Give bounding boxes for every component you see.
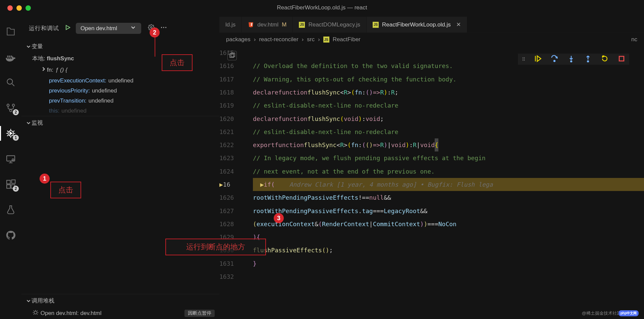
var-value: undefined: [89, 98, 114, 104]
activity-bar: 2 1 2: [0, 17, 21, 319]
start-debug-button[interactable]: [64, 24, 71, 33]
tab-0[interactable]: ld.js: [219, 17, 242, 33]
debug-toolbar[interactable]: ⠿: [518, 54, 629, 65]
watermark-text: @稀土掘金技术社区: [582, 310, 621, 316]
watermark: @稀土掘金技术社区 php中文网: [582, 310, 639, 316]
bug-icon: [32, 309, 39, 317]
watermark-badge: php中文网: [619, 310, 639, 316]
code-body[interactable]: // Overload the definition to the two va…: [253, 46, 644, 319]
svg-marker-5: [10, 132, 12, 135]
var-value: ƒ () {: [55, 67, 67, 73]
watch-section-header[interactable]: 监视: [21, 116, 219, 129]
var-row[interactable]: previousPriority: undefined: [21, 86, 219, 96]
svg-rect-8: [7, 180, 10, 184]
tab-modified: M: [282, 21, 286, 28]
close-icon[interactable]: ✕: [456, 21, 461, 28]
debug-icon[interactable]: 1: [5, 127, 17, 139]
minimize-window-button[interactable]: [16, 5, 22, 11]
docker-icon[interactable]: [5, 51, 17, 63]
svg-point-20: [571, 61, 572, 62]
restart-button[interactable]: [601, 55, 608, 63]
var-row[interactable]: this: undefined: [21, 106, 219, 116]
grip-icon[interactable]: ⠿: [522, 57, 525, 62]
svg-point-19: [554, 60, 555, 62]
stop-button[interactable]: [618, 55, 625, 63]
var-value: undefined: [61, 108, 87, 114]
svg-marker-12: [66, 25, 70, 30]
extensions-icon[interactable]: 2: [5, 178, 17, 190]
continue-button[interactable]: [534, 55, 541, 63]
svg-point-14: [161, 27, 162, 28]
svg-point-3: [10, 110, 12, 112]
annotation-click-2: 点击: [162, 54, 193, 71]
launch-config-select[interactable]: Open dev.html: [76, 23, 141, 34]
breadcrumb-item[interactable]: ReactFiber: [333, 36, 361, 43]
chevron-down-icon: [130, 24, 137, 33]
more-icon[interactable]: [160, 24, 167, 33]
svg-rect-9: [7, 185, 10, 188]
github-icon[interactable]: [5, 229, 17, 241]
annotation-marker-2: 2: [150, 27, 160, 38]
step-out-button[interactable]: [584, 55, 592, 63]
svg-point-1: [7, 104, 9, 107]
chevron-down-icon: [25, 120, 32, 126]
code-editor[interactable]: 1615161616171618161916201621162216231624…: [219, 46, 644, 319]
callstack-item[interactable]: Open dev.html: dev.html 因断点暂停: [21, 307, 219, 319]
breadcrumb-item[interactable]: react-reconciler: [259, 36, 298, 43]
svg-point-0: [7, 79, 12, 84]
svg-rect-22: [619, 56, 624, 61]
tab-dev-html[interactable]: dev.html M: [242, 17, 293, 33]
variables-section-header[interactable]: 变量: [21, 40, 219, 53]
tab-react-dom-legacy[interactable]: JS ReactDOMLegacy.js: [293, 17, 367, 33]
watch-label: 监视: [32, 119, 43, 127]
chevron-down-icon: [25, 44, 32, 50]
search-icon[interactable]: [5, 76, 17, 88]
testing-icon[interactable]: [5, 204, 17, 216]
callstack-section-header[interactable]: 调用堆栈: [21, 294, 219, 307]
var-row[interactable]: prevTransition: undefined: [21, 96, 219, 106]
window-title: ReactFiberWorkLoop.old.js — react: [0, 0, 644, 11]
breadcrumb-tail: nc: [631, 36, 637, 43]
tab-react-fiber-workloop[interactable]: JS ReactFiberWorkLoop.old.js ✕: [367, 17, 467, 33]
close-window-button[interactable]: [7, 5, 13, 11]
debug-badge: 1: [13, 135, 19, 141]
var-name: this:: [49, 108, 59, 114]
remote-icon[interactable]: [5, 153, 17, 165]
step-over-button[interactable]: [551, 55, 558, 63]
svg-rect-11: [12, 180, 15, 184]
breadcrumb-item[interactable]: packages: [226, 36, 251, 43]
svg-point-15: [163, 27, 164, 28]
var-value: undefined: [92, 87, 117, 94]
breadcrumb-item[interactable]: src: [307, 36, 315, 43]
html5-icon: [248, 22, 254, 28]
extensions-badge: 2: [13, 186, 19, 192]
var-name: prevExecutionContext:: [49, 77, 106, 84]
line-gutter[interactable]: 1615161616171618161916201621162216231624…: [219, 46, 253, 319]
callstack-status: 因断点暂停: [184, 310, 215, 317]
js-icon: JS: [323, 37, 329, 43]
scm-icon[interactable]: 2: [5, 102, 17, 114]
breadcrumbs[interactable]: packages › react-reconciler › src › JS R…: [219, 33, 644, 46]
window-controls: [0, 0, 31, 11]
explorer-icon[interactable]: [5, 25, 17, 38]
scm-badge: 2: [13, 109, 19, 115]
js-icon: JS: [373, 22, 379, 28]
chevron-down-icon: [25, 298, 32, 304]
annotation-click-1: 点击: [50, 182, 81, 198]
chevron-right-icon: [40, 66, 47, 74]
callstack-item-label: Open dev.html: dev.html: [41, 310, 102, 317]
svg-point-21: [587, 61, 589, 62]
scope-label: 本地:: [32, 55, 45, 62]
step-into-button[interactable]: [568, 55, 575, 63]
maximize-window-button[interactable]: [25, 5, 31, 11]
scope-name: flushSync: [47, 55, 74, 62]
chevron-right-icon: ›: [254, 36, 256, 43]
split-editor-icon[interactable]: [227, 51, 237, 60]
sidebar-header: 运行和调试 Open dev.html: [21, 17, 219, 40]
sidebar-title: 运行和调试: [29, 24, 59, 32]
var-row[interactable]: prevExecutionContext: undefined: [21, 76, 219, 86]
launch-config-label: Open dev.html: [80, 25, 117, 32]
var-value: undefined: [108, 77, 133, 84]
chevron-right-icon: ›: [318, 36, 320, 43]
chevron-right-icon: ›: [302, 36, 304, 43]
